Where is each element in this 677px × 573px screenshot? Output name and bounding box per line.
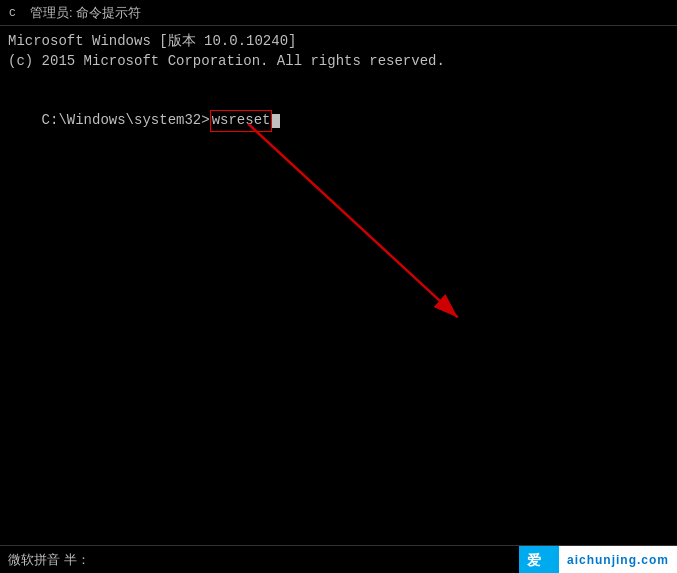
- line-3: [8, 71, 669, 91]
- line-2: (c) 2015 Microsoft Corporation. All righ…: [8, 52, 669, 72]
- title-bar: C 管理员: 命令提示符: [0, 0, 677, 26]
- terminal-body: Microsoft Windows [版本 10.0.10240] (c) 20…: [0, 26, 677, 545]
- watermark: 爱 aichunjing.com: [519, 546, 677, 574]
- svg-text:C: C: [9, 7, 16, 19]
- prompt-text: C:\Windows\system32>: [42, 112, 210, 128]
- ime-status: 微软拼音 半：: [0, 551, 90, 569]
- command-text: wsreset: [212, 112, 271, 128]
- watermark-logo: 爱: [519, 546, 559, 574]
- bottom-bar: 微软拼音 半： 爱 aichunjing.com: [0, 545, 677, 573]
- command-line: C:\Windows\system32>wsreset: [8, 91, 669, 152]
- title-bar-text: 管理员: 命令提示符: [30, 4, 141, 22]
- line-1: Microsoft Windows [版本 10.0.10240]: [8, 32, 669, 52]
- cursor: [272, 114, 280, 128]
- red-arrow-line: [248, 124, 458, 318]
- svg-text:爱: 爱: [527, 552, 541, 568]
- watermark-url: aichunjing.com: [567, 553, 669, 567]
- watermark-text: aichunjing.com: [559, 546, 677, 574]
- cmd-icon: C: [8, 3, 24, 22]
- command-highlight: wsreset: [210, 110, 273, 132]
